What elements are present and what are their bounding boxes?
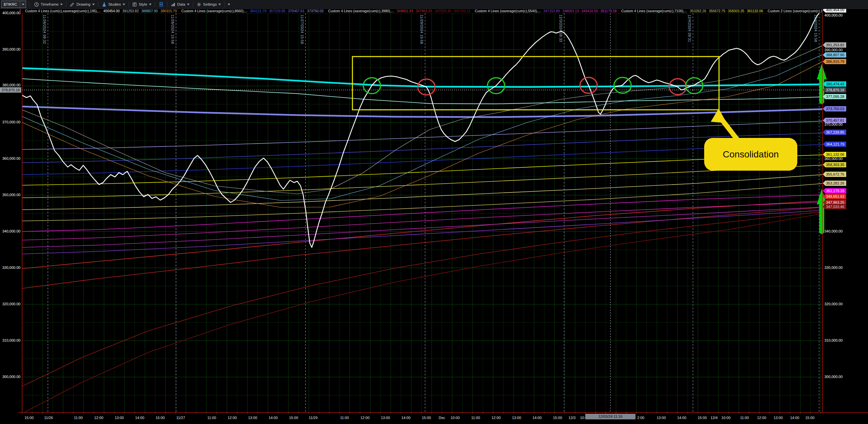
legend-study-value: 347153.89 — [543, 9, 560, 13]
time-axis-label: 13:00 — [381, 416, 390, 420]
legend-study-value: 370457.61 — [288, 9, 305, 13]
session-line-label: 12/3/2024 09:33 — [559, 15, 563, 42]
time-axis-label: 12/3 — [568, 416, 576, 420]
time-axis-label: 2:00 — [637, 416, 644, 420]
chevron-down-icon — [149, 4, 152, 5]
chevron-down-icon — [22, 4, 25, 5]
time-axis-label: 11:00 — [740, 416, 749, 420]
right-axis-label: 400,000.00 — [825, 13, 843, 17]
legend-study-label[interactable]: Custom 4 Lines (xaverage(cum(c),5540),..… — [475, 9, 541, 13]
legend-study-value: 347963.25 — [416, 9, 432, 13]
right-axis-price-badge: 378,870.18 — [823, 87, 846, 93]
legend-study-label[interactable]: Custom 4 Lines (cum(c),xaverage(cum(c),1… — [25, 9, 101, 13]
legend-study-label[interactable]: Custom 2 Lines (xaverage(cum(c),1... — [768, 9, 823, 13]
legend-study-value: 400454.00 — [103, 9, 120, 13]
symbol-text: $TIKRC — [4, 2, 17, 6]
time-axis-label: 10:00 — [451, 416, 460, 420]
right-axis-price-badge: 361,132.06 — [823, 152, 846, 157]
time-axis-label: 12:00 — [360, 416, 370, 420]
time-axis-label: 11:00 — [74, 416, 83, 420]
legend-study-value: 391253.82 — [122, 9, 139, 13]
chevron-down-icon — [123, 4, 125, 5]
right-axis-label: 310,000.00 — [825, 338, 843, 342]
menu-settings[interactable]: Settings — [195, 2, 223, 7]
toolbar: $TIKRC TimeframeDrawingStudiesStyleDataS… — [0, 0, 868, 9]
right-axis-price-badge: 370,457.61 — [823, 118, 846, 123]
menu-label: Timeframe — [41, 2, 59, 6]
menu-studies[interactable]: Studies — [100, 2, 127, 7]
legend-study-label[interactable]: Custom 4 Lines (xaverage(cum(c),7100),..… — [621, 9, 687, 13]
legend-study-value: 349416.50 — [581, 9, 598, 13]
pencil-icon — [70, 2, 75, 7]
legend-study-value: 364121.79 — [250, 9, 267, 13]
menu-label: Style — [139, 2, 147, 6]
time-axis-label: 12:00 — [492, 416, 501, 420]
legend-study-value: 361132.06 — [747, 9, 763, 13]
menu-style[interactable]: Style — [130, 2, 153, 7]
right-axis-label: 320,000.00 — [825, 302, 843, 306]
session-line-label: 11/29/2024 15:58 — [420, 15, 424, 44]
left-axis-label: 360,000.00 — [0, 157, 21, 161]
chevron-down-icon[interactable] — [227, 4, 230, 5]
legend-axis-tick — [20, 9, 21, 13]
left-axis-label: 300,000.00 — [0, 375, 21, 379]
session-line-label: 11/26/2024 15:58 — [171, 15, 175, 44]
study-line — [22, 207, 823, 288]
study-line — [22, 212, 823, 386]
consolidation-callout[interactable]: Consolidation — [704, 138, 797, 171]
time-axis-label: Dec — [439, 416, 445, 420]
toolbar-separator — [167, 2, 167, 7]
time-axis-label: 15:00 — [698, 416, 707, 420]
legend-study-value: 358303.35 — [728, 9, 744, 13]
legend-study-value: 346789.13 — [454, 9, 470, 13]
time-axis-label: 15:00 — [156, 416, 165, 420]
time-axis-label: 15:00 — [422, 416, 431, 420]
menu-layers[interactable] — [157, 2, 165, 7]
chart-canvas[interactable] — [0, 0, 868, 424]
left-axis-label: 380,000.00 — [0, 83, 21, 87]
symbol-dropdown[interactable] — [20, 1, 25, 8]
legend-study-value: 367239.85 — [269, 9, 286, 13]
left-axis-label: 390,000.00 — [0, 47, 21, 51]
legend-study-label[interactable]: Custom 4 Lines (xaverage(cum(c),3980),..… — [328, 9, 394, 13]
symbol-input[interactable]: $TIKRC — [1, 1, 26, 8]
right-axis-price-badge: 351,179.18 — [823, 188, 846, 194]
time-axis-label: 12:00 — [227, 416, 237, 420]
crosshair-price-badge-left: 378,870.18 — [0, 87, 21, 93]
time-axis-label: 12/4 — [710, 416, 717, 420]
time-axis-label: 14:00 — [677, 416, 686, 420]
style-icon — [132, 2, 137, 7]
left-axis-label: 400,000.00 — [0, 11, 21, 15]
time-axis-label: 13:00 — [774, 416, 783, 420]
right-axis-price-badge: 386,915.79 — [823, 59, 846, 64]
right-axis-price-badge: 347,033.46 — [823, 204, 846, 209]
toolbar-separator — [66, 2, 66, 7]
time-axis-label: 10:00 — [721, 416, 731, 420]
legend-study-value: 373750.03 — [307, 9, 324, 13]
toolbar-separator — [224, 2, 225, 7]
time-axis-label: 11:00 — [471, 416, 480, 420]
study-line — [22, 201, 823, 268]
study-line — [22, 155, 823, 185]
right-axis-price-badge: 358,303.35 — [823, 162, 846, 167]
menu-timeframe[interactable]: Timeframe — [32, 2, 65, 7]
right-axis-price-badge: 364,121.79 — [823, 142, 846, 147]
right-axis-price-badge: 349,651.93 — [823, 194, 846, 199]
right-axis-price-badge: 377,095.28 — [823, 94, 846, 99]
study-line — [22, 121, 823, 149]
time-axis-label: 14:00 — [135, 416, 144, 420]
left-axis-label: 350,000.00 — [0, 193, 21, 197]
left-axis-label: 310,000.00 — [0, 338, 21, 342]
time-axis-label: 14:00 — [401, 416, 410, 420]
time-axis-label: 13:00 — [248, 416, 257, 420]
session-line-label: 12/4/2024 15:58 — [814, 15, 818, 42]
menu-data[interactable]: Data — [169, 2, 191, 7]
time-axis-label: 12:00 — [757, 416, 766, 420]
right-axis-label: 340,000.00 — [825, 229, 843, 233]
legend-study-label[interactable]: Custom 4 Lines (xaverage(cum(c),8660),..… — [181, 9, 247, 13]
menu-drawing[interactable]: Drawing — [68, 2, 96, 7]
chevron-down-icon — [60, 4, 63, 5]
left-axis-label: 340,000.00 — [0, 229, 21, 233]
menu-label: Studies — [108, 2, 121, 6]
time-axis-label: 13:00 — [115, 416, 124, 420]
